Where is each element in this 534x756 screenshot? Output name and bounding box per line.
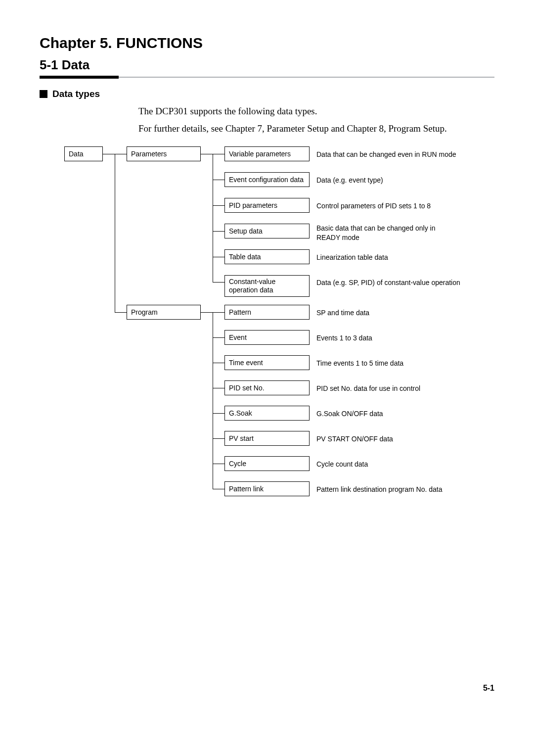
box-event: Event: [224, 330, 310, 345]
body-line-1: The DCP301 supports the following data t…: [138, 104, 494, 119]
square-bullet-icon: [40, 90, 47, 98]
desc-variable-parameters: Data that can be changed even in RUN mod…: [316, 150, 480, 159]
box-pv-start: PV start: [224, 431, 310, 446]
box-event-config: Event configuration data: [224, 172, 310, 187]
desc-pid-parameters: Control parameters of PID sets 1 to 8: [316, 201, 480, 211]
subheading: Data types: [40, 89, 494, 99]
box-pid-parameters: PID parameters: [224, 198, 310, 213]
box-constant-value: Constant-value operation data: [224, 275, 310, 297]
desc-gsoak: G.Soak ON/OFF data: [316, 409, 480, 419]
page-number: 5-1: [483, 684, 494, 693]
desc-cycle: Cycle count data: [316, 460, 480, 469]
box-program: Program: [127, 305, 201, 320]
section-title: 5-1 Data: [40, 57, 494, 73]
desc-time-event: Time events 1 to 5 time data: [316, 359, 480, 368]
desc-event: Events 1 to 3 data: [316, 333, 480, 343]
section-rule: [40, 76, 494, 79]
desc-pattern-link: Pattern link destination program No. dat…: [316, 485, 480, 494]
desc-table-data: Linearization table data: [316, 253, 480, 262]
subheading-text: Data types: [52, 89, 100, 99]
box-table-data: Table data: [224, 249, 310, 264]
desc-setup-data: Basic data that can be changed only in R…: [316, 224, 455, 242]
desc-pid-set-no: PID set No. data for use in control: [316, 384, 480, 393]
desc-constant-value: Data (e.g. SP, PID) of constant-value op…: [316, 278, 485, 287]
desc-event-config: Data (e.g. event type): [316, 176, 480, 185]
data-types-diagram: Data Parameters Program Variable paramet…: [64, 146, 494, 513]
box-time-event: Time event: [224, 355, 310, 370]
box-variable-parameters: Variable parameters: [224, 146, 310, 161]
box-gsoak: G.Soak: [224, 406, 310, 421]
box-setup-data: Setup data: [224, 224, 310, 238]
desc-pattern: SP and time data: [316, 308, 480, 318]
box-parameters: Parameters: [127, 146, 201, 161]
box-data: Data: [64, 146, 103, 161]
chapter-title: Chapter 5. FUNCTIONS: [40, 35, 494, 51]
box-pattern: Pattern: [224, 305, 310, 320]
body-line-2: For further details, see Chapter 7, Para…: [138, 122, 494, 136]
box-cycle: Cycle: [224, 456, 310, 471]
box-pattern-link: Pattern link: [224, 481, 310, 496]
box-pid-set-no: PID set No.: [224, 380, 310, 395]
desc-pv-start: PV START ON/OFF data: [316, 434, 480, 444]
